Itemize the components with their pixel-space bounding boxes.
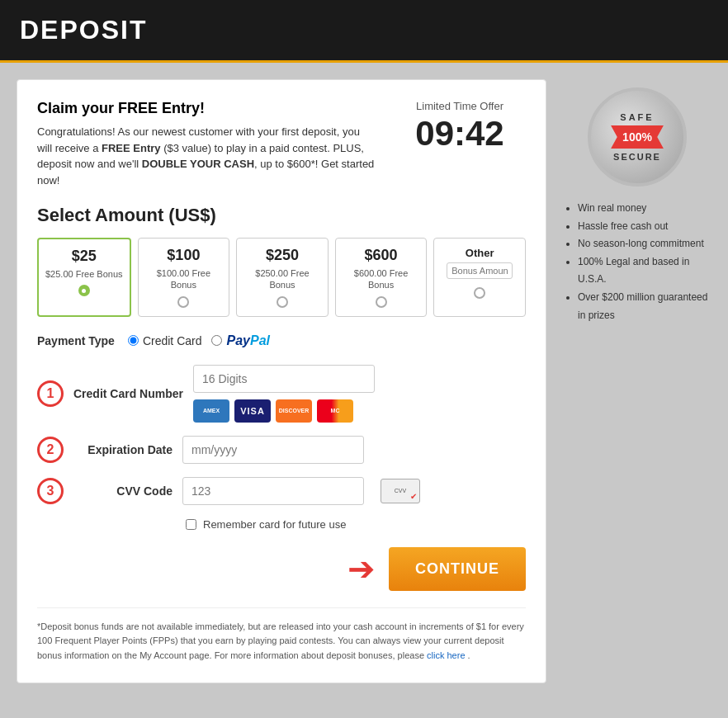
other-label: Other (466, 247, 494, 259)
amount-option-25[interactable]: $25 $25.00 Free Bonus (37, 238, 131, 317)
limited-offer-label: Limited Time Offer (394, 100, 526, 112)
card-number-label: Credit Card Number (73, 387, 183, 400)
badge-safe-text: SAFE (620, 112, 654, 122)
list-item: Win real money (578, 200, 711, 218)
remember-label: Remember card for future use (203, 518, 346, 531)
card-number-input[interactable] (193, 365, 375, 393)
safe-secure-badge: SAFE 100% SECURE (588, 87, 687, 187)
credit-card-label: Credit Card (143, 334, 202, 347)
claim-heading: Claim your FREE Entry! (37, 100, 377, 117)
remember-checkbox[interactable] (186, 519, 196, 530)
amount-value: $100 (145, 247, 223, 264)
radio-dot (177, 296, 189, 308)
sidebar-bullets: Win real money Hassle free cash out No s… (563, 200, 711, 324)
footnote: *Deposit bonus funds are not available i… (37, 607, 526, 664)
list-item: Hassle free cash out (578, 218, 711, 236)
amount-value: $25 (45, 248, 123, 265)
amount-value: $600 (343, 247, 420, 264)
header: DEPOSIT (0, 0, 728, 63)
payment-type-row: Payment Type Credit Card PayPal (37, 333, 526, 348)
main-card: Claim your FREE Entry! Congratulations! … (17, 79, 546, 683)
remember-row: Remember card for future use (186, 518, 526, 531)
amount-options: $25 $25.00 Free Bonus $100 $100.00 Free … (37, 238, 526, 317)
cvv-row: 3 CVV Code CVV (37, 477, 526, 505)
radio-dot (277, 296, 288, 308)
visa-icon: VISA (234, 399, 271, 423)
select-amount-title: Select Amount (US$) (37, 205, 526, 226)
payment-radio-group: Credit Card PayPal (128, 333, 270, 348)
amount-option-600[interactable]: $600 $600.00 Free Bonus (335, 238, 428, 317)
amount-option-100[interactable]: $100 $100.00 Free Bonus (138, 238, 230, 317)
badge-ribbon: 100% (611, 125, 664, 149)
countdown-timer: 09:42 (394, 114, 526, 154)
claim-section: Claim your FREE Entry! Congratulations! … (37, 100, 526, 188)
credit-card-radio[interactable]: Credit Card (128, 334, 202, 347)
step-1-circle: 1 (37, 380, 64, 407)
amount-option-250[interactable]: $250 $250.00 Free Bonus (236, 238, 329, 317)
discover-icon: DISCOVER (276, 399, 312, 423)
expiration-label: Expiration Date (73, 443, 173, 456)
amount-value: $250 (243, 247, 321, 264)
amex-icon: AMEX (193, 399, 229, 423)
card-number-row: 1 Credit Card Number AMEX VISA DISCOVER … (37, 365, 526, 423)
bonus-label: $100.00 Free Bonus (145, 267, 223, 291)
radio-dot (78, 285, 90, 296)
claim-description: Congratulations! As our newest customer … (37, 124, 377, 188)
claim-text: Claim your FREE Entry! Congratulations! … (37, 100, 394, 188)
bonus-label: $600.00 Free Bonus (343, 267, 420, 291)
list-item: No season-long commitment (578, 235, 711, 253)
bonus-label: $25.00 Free Bonus (45, 268, 123, 280)
page-title: DEPOSIT (20, 15, 708, 45)
amount-option-other[interactable]: Other (433, 238, 526, 317)
card-icons: AMEX VISA DISCOVER MC (193, 399, 375, 423)
expiration-input[interactable] (182, 436, 364, 464)
arrow-right-icon: ➔ (347, 552, 376, 585)
step-3-circle: 3 (37, 478, 64, 504)
radio-dot (474, 287, 485, 299)
footnote-link[interactable]: click here (427, 650, 465, 660)
timer-section: Limited Time Offer 09:42 (394, 100, 526, 154)
bonus-label: $250.00 Free Bonus (243, 267, 321, 291)
badge-secure-text: SECURE (613, 152, 661, 162)
bonus-amount-input[interactable] (447, 262, 513, 279)
list-item: 100% Legal and based in U.S.A. (578, 253, 711, 289)
payment-type-label: Payment Type (37, 334, 115, 347)
continue-row: ➔ CONTINUE (37, 547, 526, 591)
list-item: Over $200 million guaranteed in prizes (578, 289, 711, 324)
cvv-card-icon: CVV (381, 479, 420, 503)
paypal-label: PayPal (226, 333, 269, 348)
badge-container: SAFE 100% SECURE (563, 87, 711, 187)
paypal-radio[interactable]: PayPal (211, 333, 269, 348)
footnote-end: . (468, 650, 470, 660)
step-2-circle: 2 (37, 437, 64, 463)
cvv-label: CVV Code (73, 484, 173, 498)
radio-dot (376, 296, 387, 308)
continue-button[interactable]: CONTINUE (389, 547, 526, 591)
cvv-input[interactable] (182, 477, 364, 505)
mastercard-icon: MC (317, 399, 353, 423)
sidebar: SAFE 100% SECURE Win real money Hassle f… (563, 79, 711, 683)
expiration-row: 2 Expiration Date (37, 436, 526, 464)
